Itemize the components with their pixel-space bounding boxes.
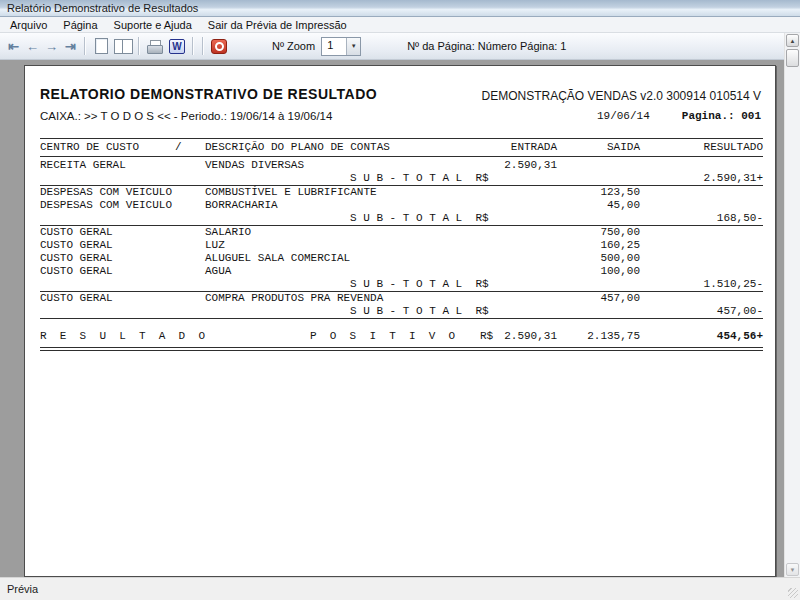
cell-centro-de-custo: DESPESAS COM VEICULO (40, 186, 172, 199)
scroll-up-button[interactable]: ▲ (786, 34, 799, 47)
table-header: CENTRO DE CUSTO / DESCRIÇÃO DO PLANO DE … (40, 138, 763, 157)
cell-centro-de-custo: RECEITA GERAL (40, 159, 126, 172)
zoom-select[interactable]: 1 ▼ (321, 37, 361, 56)
toolbar-separator (84, 37, 86, 55)
printer-icon (147, 40, 163, 53)
subtotal-value: 2.590,31+ (704, 172, 763, 185)
cell-centro-de-custo: CUSTO GERAL (40, 226, 113, 239)
cell-descricao: AGUA (205, 265, 231, 278)
zoom-label: Nº Zoom (272, 40, 315, 52)
table-row: CUSTO GERALALUGUEL SALA COMERCIAL500,00 (40, 252, 763, 265)
cell-descricao: COMPRA PRODUTOS PRA REVENDA (205, 292, 383, 305)
status-bar: Prévia (0, 577, 800, 600)
single-page-view-button[interactable] (90, 35, 112, 57)
report-date-page: 19/06/14 Pagina.: 001 (597, 110, 761, 122)
cell-saida: 457,00 (600, 292, 640, 305)
subtotal-label: S U B - T O T A L R$ (350, 305, 489, 318)
table-row: CUSTO GERALCOMPRA PRODUTOS PRA REVENDA45… (40, 292, 763, 305)
report-rows: RECEITA GERALVENDAS DIVERSAS2.590,31S U … (40, 159, 763, 319)
single-page-icon (95, 38, 108, 54)
chevron-down-icon[interactable]: ▼ (346, 38, 360, 55)
vertical-scrollbar[interactable]: ▲ ▼ (784, 33, 800, 577)
app-window: Relatório Demonstrativo de Resultados Ar… (0, 0, 800, 600)
page-info-label: Nº da Página: Número Página: 1 (407, 40, 566, 52)
cell-descricao: BORRACHARIA (205, 199, 278, 212)
report-version: DEMONSTRAÇÃO VENDAS v2.0 300914 010514 V (482, 89, 761, 103)
cell-descricao: ALUGUEL SALA COMERCIAL (205, 252, 350, 265)
subtotal-value: 168,50- (717, 212, 763, 225)
subtotal-row: S U B - T O T A L R$168,50- (40, 212, 763, 226)
scroll-down-button[interactable]: ▼ (786, 563, 799, 576)
table-row: CUSTO GERALLUZ160,25 (40, 239, 763, 252)
preview-workspace: RELATORIO DEMONSTRATIVO DE RESULTADO DEM… (0, 60, 784, 577)
subtotal-label: S U B - T O T A L R$ (350, 278, 489, 291)
cell-saida: 500,00 (600, 252, 640, 265)
table-row: CUSTO GERALSALARIO750,00 (40, 226, 763, 239)
toolbar-separator (202, 37, 204, 55)
column-header-slash: / (175, 141, 182, 154)
column-header-saida: SAIDA (607, 141, 640, 154)
report-page-number: Pagina.: 001 (682, 110, 761, 122)
menu-bar: Arquivo Página Suporte e Ajuda Sair da P… (0, 17, 800, 33)
export-word-button[interactable]: W (166, 35, 188, 57)
resize-grip[interactable] (788, 588, 798, 598)
zoom-value: 1 (322, 38, 346, 55)
cell-centro-de-custo: CUSTO GERAL (40, 239, 113, 252)
toolbar: ⇤ ← → ⇥ W (0, 33, 784, 60)
table-row: DESPESAS COM VEICULOBORRACHARIA45,00 (40, 199, 763, 212)
subtotal-row: S U B - T O T A L R$457,00- (40, 305, 763, 319)
menu-item-suporte-e-ajuda[interactable]: Suporte e Ajuda (106, 18, 200, 32)
cell-saida: 123,50 (600, 186, 640, 199)
result-entrada: 2.590,31 (504, 330, 557, 343)
report-title: RELATORIO DEMONSTRATIVO DE RESULTADO (40, 86, 377, 102)
previous-page-button[interactable]: ← (23, 39, 42, 54)
result-label: R E S U L T A D O (40, 330, 205, 343)
power-icon (211, 39, 227, 54)
last-page-button[interactable]: ⇥ (61, 39, 80, 54)
column-header-centro: CENTRO DE CUSTO (40, 141, 139, 154)
cell-entrada: 2.590,31 (504, 159, 557, 172)
word-icon: W (169, 39, 185, 54)
cell-saida: 100,00 (600, 265, 640, 278)
cell-saida: 45,00 (607, 199, 640, 212)
subtotal-label: S U B - T O T A L R$ (350, 212, 489, 225)
result-currency: R$ (480, 330, 493, 343)
cell-descricao: LUZ (205, 239, 225, 252)
subtotal-label: S U B - T O T A L R$ (350, 172, 489, 185)
table-row: CUSTO GERALAGUA100,00 (40, 265, 763, 278)
cell-centro-de-custo: CUSTO GERAL (40, 292, 113, 305)
cell-descricao: VENDAS DIVERSAS (205, 159, 304, 172)
subtotal-row: S U B - T O T A L R$2.590,31+ (40, 172, 763, 186)
menu-item-arquivo[interactable]: Arquivo (2, 18, 55, 32)
subtotal-value: 1.510,25- (704, 278, 763, 291)
window-title: Relatório Demonstrativo de Resultados (7, 2, 198, 14)
cell-saida: 750,00 (600, 226, 640, 239)
column-header-descricao: DESCRIÇÃO DO PLANO DE CONTAS (205, 141, 390, 154)
cell-centro-de-custo: DESPESAS COM VEICULO (40, 199, 172, 212)
first-page-button[interactable]: ⇤ (4, 39, 23, 54)
result-resultado: 454,56+ (717, 330, 763, 343)
table-row: DESPESAS COM VEICULOCOMBUSTÍVEL E LUBRIF… (40, 186, 763, 199)
exit-preview-button[interactable] (208, 35, 230, 57)
main-area: ⇤ ← → ⇥ W (0, 33, 800, 577)
report-filter-line: CAIXA.: >> T O D O S << - Periodo.: 19/0… (40, 110, 332, 122)
status-text: Prévia (7, 583, 38, 595)
toolbar-separator (138, 37, 140, 55)
facing-pages-view-button[interactable] (112, 35, 134, 57)
print-button[interactable] (144, 35, 166, 57)
report-table: CENTRO DE CUSTO / DESCRIÇÃO DO PLANO DE … (40, 138, 763, 351)
column-header-entrada: ENTRADA (511, 141, 557, 154)
result-saida: 2.135,75 (587, 330, 640, 343)
subtotal-value: 457,00- (717, 305, 763, 318)
result-status: P O S I T I V O (310, 330, 455, 343)
menu-item-sair-da-previa[interactable]: Sair da Prévia de Impressão (200, 18, 355, 32)
subtotal-row: S U B - T O T A L R$1.510,25- (40, 278, 763, 292)
left-column: ⇤ ← → ⇥ W (0, 33, 784, 577)
cell-centro-de-custo: CUSTO GERAL (40, 265, 113, 278)
next-page-button[interactable]: → (42, 39, 61, 54)
column-header-resultado: RESULTADO (704, 141, 763, 154)
result-row: R E S U L T A D O P O S I T I V O R$ 2.5… (40, 328, 763, 351)
scrollbar-thumb[interactable] (786, 49, 799, 67)
report-page: RELATORIO DEMONSTRATIVO DE RESULTADO DEM… (24, 65, 776, 577)
menu-item-pagina[interactable]: Página (55, 18, 105, 32)
